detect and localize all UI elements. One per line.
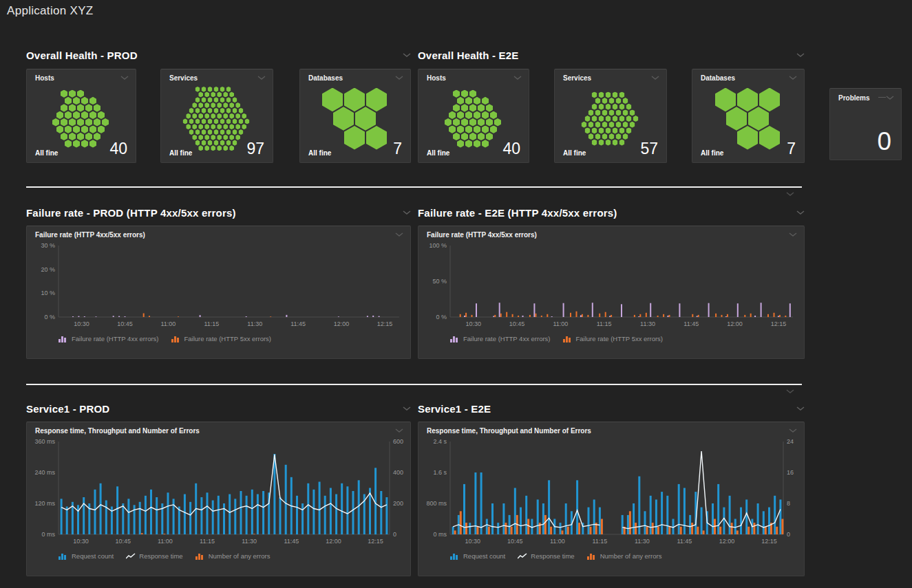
hexagon[interactable] xyxy=(595,133,601,140)
hexagon[interactable] xyxy=(192,135,197,140)
hexagon[interactable] xyxy=(592,116,597,122)
health-tile-databases-e2e[interactable]: Databases All fine 7 xyxy=(692,69,805,163)
health-tile-databases-prod[interactable]: Databases All fine 7 xyxy=(299,69,411,163)
hexagon[interactable] xyxy=(69,104,76,112)
hexagon[interactable] xyxy=(208,118,213,124)
hexagon[interactable] xyxy=(606,104,611,110)
hexagon[interactable] xyxy=(482,97,489,105)
hexagon[interactable] xyxy=(602,109,608,116)
hexagon[interactable] xyxy=(229,91,234,97)
hexagon[interactable] xyxy=(233,108,237,113)
hexagon[interactable] xyxy=(56,111,63,120)
hexagon[interactable] xyxy=(235,113,240,119)
hexagon[interactable] xyxy=(202,108,206,113)
hexagon[interactable] xyxy=(214,108,219,113)
hexagon[interactable] xyxy=(602,98,608,104)
hexagon[interactable] xyxy=(208,97,213,102)
hexagon[interactable] xyxy=(217,102,222,108)
hexagon[interactable] xyxy=(77,118,84,127)
chevron-down-icon[interactable] xyxy=(395,232,403,237)
chevron-down-icon[interactable] xyxy=(403,53,411,58)
hexagon[interactable] xyxy=(235,135,240,140)
chevron-down-icon[interactable] xyxy=(513,76,522,80)
hexagon[interactable] xyxy=(192,102,197,108)
hexagon[interactable] xyxy=(482,125,489,133)
hexagon[interactable] xyxy=(204,124,209,129)
chevron-down-icon[interactable] xyxy=(789,76,797,80)
hexagon[interactable] xyxy=(204,113,209,119)
hexagon[interactable] xyxy=(85,133,92,141)
hexagon[interactable] xyxy=(226,108,231,113)
hexagon[interactable] xyxy=(588,133,594,140)
hexagon[interactable] xyxy=(98,125,105,133)
hexagon[interactable] xyxy=(461,89,468,98)
hexagon[interactable] xyxy=(89,111,96,120)
hexagon[interactable] xyxy=(198,124,203,129)
hexagon[interactable] xyxy=(223,124,228,129)
hexagon[interactable] xyxy=(89,97,96,105)
hexagon[interactable] xyxy=(226,129,231,135)
hexagon[interactable] xyxy=(599,104,604,110)
hexagon[interactable] xyxy=(344,88,365,112)
hexagon[interactable] xyxy=(211,91,215,97)
legend-item[interactable]: Number of any errors xyxy=(587,552,662,560)
hexagon[interactable] xyxy=(220,97,225,102)
hexagon[interactable] xyxy=(245,118,250,124)
hexagon[interactable] xyxy=(220,118,225,124)
hexagon[interactable] xyxy=(233,129,237,135)
failure-rate-prod-tile[interactable]: Failure rate (HTTP 4xx/5xx errors) 0 %10… xyxy=(26,226,411,359)
hexagon[interactable] xyxy=(211,124,215,129)
hexagon[interactable] xyxy=(599,127,604,133)
hexagon[interactable] xyxy=(65,111,72,120)
hexagon[interactable] xyxy=(198,135,203,140)
chevron-down-icon[interactable] xyxy=(120,76,129,80)
hexagon[interactable] xyxy=(602,122,608,128)
hexagon[interactable] xyxy=(235,102,240,108)
hexagon[interactable] xyxy=(61,104,67,112)
hexagon[interactable] xyxy=(98,111,105,120)
hexagon[interactable] xyxy=(623,98,628,104)
hexagon[interactable] xyxy=(189,129,194,135)
hexagon[interactable] xyxy=(195,108,200,113)
hexagon[interactable] xyxy=(461,133,468,141)
hexagon[interactable] xyxy=(595,109,601,116)
chevron-down-icon[interactable] xyxy=(796,406,805,411)
hexagon[interactable] xyxy=(606,116,611,122)
hexagon[interactable] xyxy=(469,104,476,112)
chevron-down-icon[interactable] xyxy=(395,428,403,433)
hexagon[interactable] xyxy=(453,133,460,141)
hexagon[interactable] xyxy=(609,98,615,104)
hexagon[interactable] xyxy=(189,118,194,124)
hexagon[interactable] xyxy=(214,129,219,135)
hexagon[interactable] xyxy=(474,111,480,120)
hexagon[interactable] xyxy=(85,104,92,112)
hexagon[interactable] xyxy=(198,102,203,108)
hexagon[interactable] xyxy=(77,133,84,141)
hexagon[interactable] xyxy=(192,113,197,119)
legend-item[interactable]: Response time xyxy=(126,552,182,560)
hexagon[interactable] xyxy=(606,127,611,133)
hexagon[interactable] xyxy=(478,118,485,127)
hexagon[interactable] xyxy=(52,118,59,127)
hexagon[interactable] xyxy=(202,129,206,135)
legend-item[interactable]: Request count xyxy=(59,552,114,560)
hexagon[interactable] xyxy=(619,104,625,110)
hexagon[interactable] xyxy=(198,91,203,97)
hexagon[interactable] xyxy=(465,125,472,133)
hexagon[interactable] xyxy=(208,129,213,135)
chevron-down-icon[interactable] xyxy=(796,53,805,58)
hexagon[interactable] xyxy=(469,118,476,127)
hexagon[interactable] xyxy=(211,113,215,119)
hexagon[interactable] xyxy=(239,129,244,135)
hexagon[interactable] xyxy=(588,122,594,128)
hexagon[interactable] xyxy=(486,104,493,112)
hexagon[interactable] xyxy=(89,125,96,133)
hexagon[interactable] xyxy=(457,97,464,105)
hexagon[interactable] xyxy=(453,89,460,98)
hexagon[interactable] xyxy=(449,111,456,120)
hexagon[interactable] xyxy=(616,122,622,128)
hexagon[interactable] xyxy=(220,87,225,92)
hexagon[interactable] xyxy=(229,102,234,108)
hexagon[interactable] xyxy=(486,133,493,141)
hexagon[interactable] xyxy=(69,89,76,98)
